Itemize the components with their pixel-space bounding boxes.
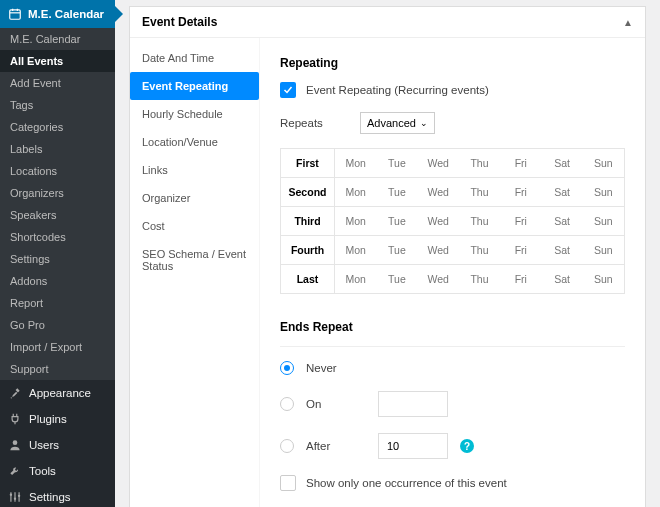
brush-icon (8, 386, 22, 400)
day-cell-second-fri[interactable]: Fri (500, 178, 541, 206)
day-cell-first-sun[interactable]: Sun (583, 149, 624, 177)
sidebar-item-add-event[interactable]: Add Event (0, 72, 115, 94)
day-cell-last-mon[interactable]: Mon (335, 265, 376, 293)
user-icon (8, 438, 22, 452)
sidebar-main-appearance[interactable]: Appearance (0, 380, 115, 406)
day-cell-first-sat[interactable]: Sat (541, 149, 582, 177)
tab-hourly-schedule[interactable]: Hourly Schedule (130, 100, 259, 128)
day-cell-third-fri[interactable]: Fri (500, 207, 541, 235)
day-cell-fourth-tue[interactable]: Tue (376, 236, 417, 264)
day-cell-second-sun[interactable]: Sun (583, 178, 624, 206)
day-cell-third-wed[interactable]: Wed (418, 207, 459, 235)
wrench-icon (8, 464, 22, 478)
show-once-checkbox[interactable] (280, 475, 296, 491)
day-cell-fourth-fri[interactable]: Fri (500, 236, 541, 264)
day-cell-first-wed[interactable]: Wed (418, 149, 459, 177)
sidebar-item-support[interactable]: Support (0, 358, 115, 380)
day-cell-fourth-thu[interactable]: Thu (459, 236, 500, 264)
active-arrow-icon (115, 6, 123, 22)
sidebar-item-categories[interactable]: Categories (0, 116, 115, 138)
table-row: SecondMonTueWedThuFriSatSun (281, 178, 624, 207)
svg-point-4 (13, 440, 18, 445)
ends-after-count-input[interactable] (378, 433, 448, 459)
day-cell-last-tue[interactable]: Tue (376, 265, 417, 293)
check-icon (282, 84, 294, 96)
svg-point-9 (14, 498, 16, 500)
tab-organizer[interactable]: Organizer (130, 184, 259, 212)
svg-point-10 (18, 495, 20, 497)
day-cell-fourth-sat[interactable]: Sat (541, 236, 582, 264)
tab-seo-schema-event-status[interactable]: SEO Schema / Event Status (130, 240, 259, 280)
tab-content: Repeating Event Repeating (Recurring eve… (260, 38, 645, 507)
ends-never-label: Never (306, 362, 366, 374)
sidebar-main-settings[interactable]: Settings (0, 484, 115, 507)
sidebar-brand[interactable]: M.E. Calendar (0, 0, 115, 28)
sidebar-main-users[interactable]: Users (0, 432, 115, 458)
chevron-down-icon: ⌄ (420, 118, 428, 128)
day-cell-second-thu[interactable]: Thu (459, 178, 500, 206)
ends-after-radio[interactable] (280, 439, 294, 453)
day-cell-fourth-wed[interactable]: Wed (418, 236, 459, 264)
sidebar-item-report[interactable]: Report (0, 292, 115, 314)
ends-on-label: On (306, 398, 366, 410)
day-cell-fourth-sun[interactable]: Sun (583, 236, 624, 264)
repeats-select[interactable]: Advanced ⌄ (360, 112, 435, 134)
day-cell-third-mon[interactable]: Mon (335, 207, 376, 235)
day-cell-last-sat[interactable]: Sat (541, 265, 582, 293)
day-cell-second-sat[interactable]: Sat (541, 178, 582, 206)
day-cell-last-wed[interactable]: Wed (418, 265, 459, 293)
tab-links[interactable]: Links (130, 156, 259, 184)
sidebar-item-labels[interactable]: Labels (0, 138, 115, 160)
day-cell-third-sat[interactable]: Sat (541, 207, 582, 235)
day-cell-second-tue[interactable]: Tue (376, 178, 417, 206)
svg-rect-0 (10, 10, 21, 19)
day-cell-first-fri[interactable]: Fri (500, 149, 541, 177)
day-cell-third-thu[interactable]: Thu (459, 207, 500, 235)
day-cell-first-thu[interactable]: Thu (459, 149, 500, 177)
sidebar-item-go-pro[interactable]: Go Pro (0, 314, 115, 336)
sidebar-item-tags[interactable]: Tags (0, 94, 115, 116)
day-cell-third-sun[interactable]: Sun (583, 207, 624, 235)
repeat-pattern-table: FirstMonTueWedThuFriSatSunSecondMonTueWe… (280, 148, 625, 294)
tab-cost[interactable]: Cost (130, 212, 259, 240)
sidebar-item-addons[interactable]: Addons (0, 270, 115, 292)
sidebar-item-all-events[interactable]: All Events (0, 50, 115, 72)
table-row: FourthMonTueWedThuFriSatSun (281, 236, 624, 265)
day-cell-first-mon[interactable]: Mon (335, 149, 376, 177)
day-cell-second-mon[interactable]: Mon (335, 178, 376, 206)
day-cell-first-tue[interactable]: Tue (376, 149, 417, 177)
row-header: Second (281, 178, 335, 206)
day-cell-second-wed[interactable]: Wed (418, 178, 459, 206)
sidebar-main-plugins[interactable]: Plugins (0, 406, 115, 432)
day-cell-last-sun[interactable]: Sun (583, 265, 624, 293)
sidebar-item-organizers[interactable]: Organizers (0, 182, 115, 204)
plug-icon (8, 412, 22, 426)
ends-never-radio[interactable] (280, 361, 294, 375)
sidebar-item-m-e-calendar[interactable]: M.E. Calendar (0, 28, 115, 50)
panel-header: Event Details ▲ (130, 7, 645, 38)
sidebar-item-import-export[interactable]: Import / Export (0, 336, 115, 358)
tab-date-and-time[interactable]: Date And Time (130, 44, 259, 72)
calendar-icon (8, 7, 22, 21)
ends-on-radio[interactable] (280, 397, 294, 411)
sidebar-main-tools[interactable]: Tools (0, 458, 115, 484)
day-cell-last-thu[interactable]: Thu (459, 265, 500, 293)
sidebar-item-speakers[interactable]: Speakers (0, 204, 115, 226)
ends-on-date-input[interactable] (378, 391, 448, 417)
event-repeating-checkbox[interactable] (280, 82, 296, 98)
event-details-tabs: Date And TimeEvent RepeatingHourly Sched… (130, 38, 260, 507)
table-row: LastMonTueWedThuFriSatSun (281, 265, 624, 293)
day-cell-third-tue[interactable]: Tue (376, 207, 417, 235)
ends-repeat-heading: Ends Repeat (280, 320, 625, 334)
panel-toggle-icon[interactable]: ▲ (623, 17, 633, 28)
day-cell-fourth-mon[interactable]: Mon (335, 236, 376, 264)
day-cell-last-fri[interactable]: Fri (500, 265, 541, 293)
show-once-label: Show only one occurrence of this event (306, 477, 507, 489)
sidebar-item-settings[interactable]: Settings (0, 248, 115, 270)
sidebar-item-locations[interactable]: Locations (0, 160, 115, 182)
brand-label: M.E. Calendar (28, 8, 104, 20)
tab-event-repeating[interactable]: Event Repeating (130, 72, 259, 100)
sidebar-item-shortcodes[interactable]: Shortcodes (0, 226, 115, 248)
help-icon[interactable]: ? (460, 439, 474, 453)
tab-location-venue[interactable]: Location/Venue (130, 128, 259, 156)
